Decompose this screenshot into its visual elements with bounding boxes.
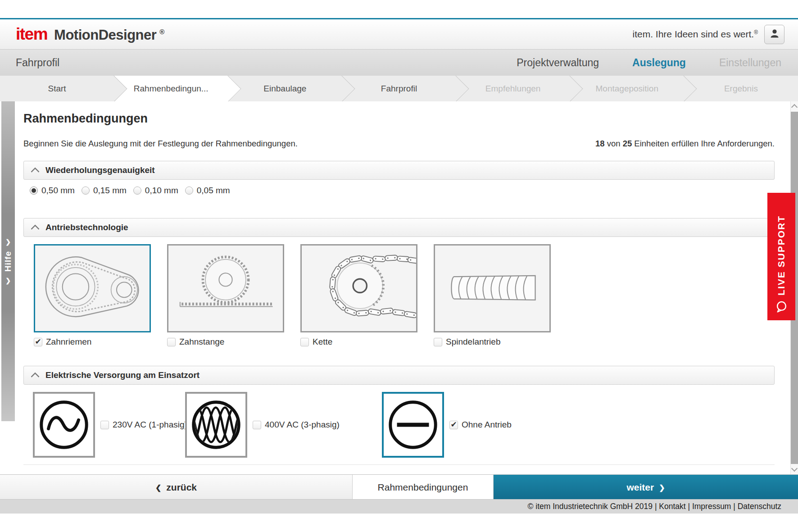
radio-accuracy-050[interactable]: 0,50 mm (30, 186, 75, 196)
checkbox-label: 400V AC (3-phasig) (265, 420, 340, 430)
power-option-ohne-antrieb: ✔ Ohne Antrieb (382, 392, 512, 458)
step-label: Start (48, 84, 66, 94)
step-label: Montageposition (596, 84, 658, 94)
belt-drive-icon[interactable] (34, 244, 151, 332)
help-panel-tab[interactable]: ❯ Hilfe ❯ (1, 101, 15, 421)
current-step-label: Rahmenbedingungen (353, 475, 494, 500)
ac-1phase-icon[interactable] (33, 392, 95, 458)
section-header-elektrische-versorgung[interactable]: Elektrische Versorgung am Einsatzort (23, 366, 775, 385)
section-divider (23, 464, 775, 465)
spindelantrieb-checkbox-row[interactable]: ✔ Spindelantrieb (434, 337, 551, 347)
checkbox: ✔ (253, 421, 261, 429)
nav-context-label: Fahrprofil (16, 57, 59, 69)
kette-checkbox-row[interactable]: ✔ Kette (300, 337, 417, 347)
card-kette[interactable]: ✔ Kette (300, 244, 417, 347)
chevron-right-icon: ❯ (659, 483, 665, 492)
speech-bubble-icon (775, 300, 788, 314)
checkbox: ✔ (449, 421, 458, 429)
intro-row: Beginnen Sie die Auslegung mit der Festl… (23, 139, 775, 149)
app-name: MotionDesigner (54, 27, 156, 43)
radio-label: 0,15 mm (93, 186, 127, 196)
app-logo: item MotionDesigner ® (16, 25, 164, 44)
step-einbaulage[interactable]: Einbaulage (228, 76, 342, 101)
radio-label: 0,05 mm (197, 186, 230, 196)
zahnriemen-checkbox-row[interactable]: ✔ Zahnriemen (34, 337, 151, 347)
match-suffix: Einheiten erfüllen Ihre Anforderungen. (632, 139, 775, 148)
footer-copyright-links[interactable]: © item Industrietechnik GmbH 2019 | Kont… (528, 502, 781, 511)
step-start[interactable]: Start (0, 76, 114, 101)
checkbox-label: Spindelantrieb (446, 337, 500, 347)
live-support-tab[interactable]: LIVE SUPPORT (767, 193, 795, 320)
ac-3phase-icon[interactable] (185, 392, 247, 458)
match-total: 25 (623, 139, 632, 148)
section-header-antriebstechnologie[interactable]: Antriebstechnologie (23, 218, 775, 237)
intro-text: Beginnen Sie die Auslegung mit der Festl… (23, 139, 298, 149)
live-support-label: LIVE SUPPORT (776, 215, 787, 296)
checkbox: ✔ (300, 338, 309, 346)
chevron-left-icon: ❮ (155, 483, 161, 492)
nav-items: Projektverwaltung Auslegung Einstellunge… (517, 57, 781, 69)
user-icon (769, 28, 780, 41)
step-label: Rahmenbedingun... (134, 84, 209, 94)
rack-pinion-icon[interactable] (167, 244, 284, 332)
back-button-label: zurück (166, 482, 197, 493)
drive-options: ✔ Zahnriemen ✔ Zahnstange (34, 244, 775, 347)
back-button[interactable]: ❮ zurück (0, 475, 353, 500)
zahnstange-checkbox-row[interactable]: ✔ Zahnstange (167, 337, 284, 347)
radio-label: 0,50 mm (41, 186, 75, 196)
nav-item-projektverwaltung[interactable]: Projektverwaltung (517, 57, 599, 69)
radio-accuracy-005[interactable]: 0,05 mm (185, 186, 230, 196)
card-zahnstange[interactable]: ✔ Zahnstange (167, 244, 284, 347)
page-title: Rahmenbedingungen (23, 112, 775, 125)
step-label: Fahrprofil (381, 84, 417, 94)
checkbox-label: Zahnstange (179, 337, 224, 347)
check-icon: ✔ (35, 338, 41, 346)
app-header: item MotionDesigner ® item. Ihre Ideen s… (0, 19, 798, 50)
radio-icon (185, 186, 193, 195)
step-label: Ergebnis (724, 84, 758, 94)
spindle-drive-icon[interactable] (434, 244, 551, 332)
checkbox-label: 230V AC (1-phasig) (113, 420, 187, 430)
step-rahmenbedingungen[interactable]: Rahmenbedingun... (114, 76, 228, 101)
check-icon: ✔ (450, 421, 457, 428)
match-count: 18 (595, 139, 605, 148)
section-header-wiederholungsgenauigkeit[interactable]: Wiederholungsgenauigkeit (23, 161, 775, 180)
power-option-400v: ✔ 400V AC (3-phasig) (185, 392, 340, 458)
collapse-chevron-up-icon (31, 167, 40, 176)
power-options: ✔ 230V AC (1-phasig) (23, 392, 775, 458)
step-fahrprofil[interactable]: Fahrprofil (342, 76, 456, 101)
card-spindelantrieb[interactable]: ✔ Spindelantrieb (434, 244, 551, 347)
ohne-antrieb-checkbox-row[interactable]: ✔ Ohne Antrieb (449, 420, 512, 430)
step-montageposition[interactable]: Montageposition (570, 76, 684, 101)
power-option-230v: ✔ 230V AC (1-phasig) (33, 392, 187, 458)
chevron-right-icon: ❯ (5, 277, 11, 284)
scroll-down-arrow-icon[interactable] (791, 465, 798, 472)
no-drive-icon[interactable] (382, 392, 444, 458)
next-button[interactable]: weiter ❯ (494, 475, 798, 500)
nav-item-auslegung[interactable]: Auslegung (632, 57, 686, 69)
footer: © item Industrietechnik GmbH 2019 | Kont… (0, 499, 798, 514)
step-ergebnis[interactable]: Ergebnis (684, 76, 798, 101)
card-zahnriemen[interactable]: ✔ Zahnriemen (34, 244, 151, 347)
radio-icon (133, 186, 141, 195)
radio-icon (30, 186, 38, 195)
230v-checkbox-row[interactable]: ✔ 230V AC (1-phasig) (100, 420, 187, 430)
step-empfehlungen[interactable]: Empfehlungen (456, 76, 570, 101)
brand-tagline: item. Ihre Ideen sind es wert.® (633, 29, 758, 40)
help-tab-label: Hilfe (3, 251, 13, 272)
radio-accuracy-010[interactable]: 0,10 mm (133, 186, 178, 196)
400v-checkbox-row[interactable]: ✔ 400V AC (3-phasig) (253, 420, 340, 430)
chevron-right-icon: ❯ (5, 238, 11, 246)
scroll-up-arrow-icon[interactable] (791, 104, 798, 110)
content-area: Rahmenbedingungen Beginnen Sie die Ausle… (0, 101, 798, 474)
user-account-button[interactable] (764, 25, 784, 44)
match-count-text: 18 von 25 Einheiten erfüllen Ihre Anford… (595, 139, 775, 149)
section-title: Wiederholungsgenauigkeit (45, 165, 155, 175)
radio-icon (82, 186, 90, 195)
checkbox-label: Zahnriemen (46, 337, 91, 347)
chain-drive-icon[interactable] (300, 244, 417, 332)
nav-item-einstellungen[interactable]: Einstellungen (719, 57, 781, 69)
radio-accuracy-015[interactable]: 0,15 mm (82, 186, 127, 196)
registered-mark: ® (159, 28, 164, 36)
current-step-text: Rahmenbedingungen (378, 482, 468, 493)
